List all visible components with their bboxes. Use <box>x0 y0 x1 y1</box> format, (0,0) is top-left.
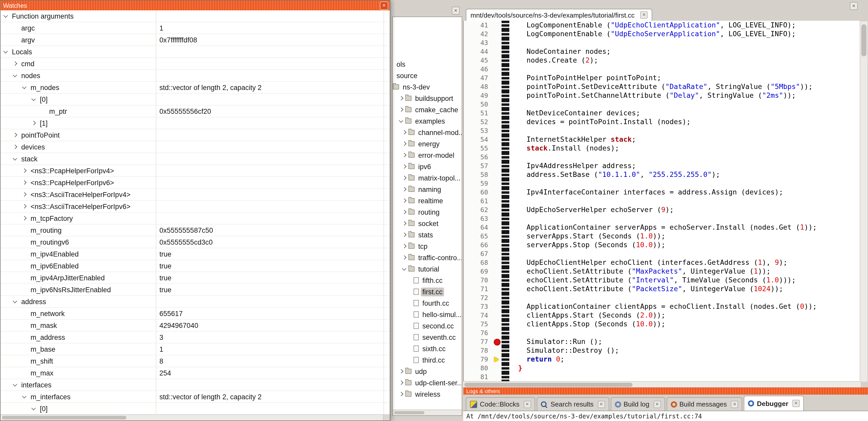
chevron-right-icon[interactable] <box>22 217 31 220</box>
line-number[interactable]: 66 <box>464 240 492 249</box>
line-number[interactable]: 78 <box>464 346 492 355</box>
breakpoint-margin[interactable] <box>492 320 501 328</box>
code-text[interactable]: ApplicationContainer serverApps = echoSe… <box>509 223 861 232</box>
watch-row-0[interactable]: [0] <box>1 94 390 105</box>
tab-close-icon[interactable]: × <box>793 400 800 407</box>
code-text[interactable]: PointToPointHelper pointToPoint; <box>509 73 861 82</box>
code-text[interactable] <box>509 38 861 47</box>
watches-title-bar[interactable]: Watches <box>1 1 390 10</box>
code-text[interactable]: clientApps.Stop (Seconds (10.0)); <box>509 320 861 328</box>
tab-close-icon[interactable]: × <box>653 400 661 408</box>
line-number[interactable]: 74 <box>464 311 492 320</box>
tab-close-icon[interactable]: × <box>597 400 605 408</box>
breakpoint-margin[interactable] <box>492 267 501 276</box>
code-text[interactable]: return 0; <box>509 355 861 364</box>
code-text[interactable]: address.SetBase ("10.1.1.0", "255.255.25… <box>509 170 861 179</box>
line-number[interactable]: 76 <box>464 328 492 337</box>
line-number[interactable]: 56 <box>464 153 492 161</box>
line-number[interactable]: 58 <box>464 170 492 179</box>
tree-item-source[interactable]: source <box>393 70 462 81</box>
chevron-right-icon[interactable] <box>402 210 408 214</box>
tree-item-ipv6[interactable]: ipv6 <box>393 161 462 172</box>
watch-row-ns3-pcaphelperforipv4[interactable]: <ns3::PcapHelperForIpv4> <box>1 165 390 177</box>
chevron-right-icon[interactable] <box>402 256 408 259</box>
breakpoint-margin[interactable] <box>492 258 501 267</box>
code-text[interactable]: ApplicationContainer clientApps = echoCl… <box>509 302 861 311</box>
editor-tab[interactable]: mnt/dev/tools/source/ns-3-dev/examples/t… <box>466 9 652 21</box>
tree-item-ns-3-dev[interactable]: ns-3-dev <box>393 81 462 93</box>
code-text[interactable]: NodeContainer nodes; <box>509 47 861 56</box>
tab-close-icon[interactable]: × <box>640 11 648 19</box>
code-text[interactable] <box>509 249 861 258</box>
chevron-right-icon[interactable] <box>22 193 31 196</box>
breakpoint-margin[interactable] <box>492 249 501 258</box>
chevron-down-icon[interactable] <box>22 396 31 398</box>
tab-close-icon[interactable]: × <box>731 400 738 408</box>
tree-item-buildsupport[interactable]: buildsupport <box>393 93 462 104</box>
breakpoint-margin[interactable] <box>492 276 501 285</box>
line-number[interactable]: 61 <box>464 197 492 205</box>
watch-row-1[interactable]: [1] <box>1 118 390 129</box>
watch-row-interfaces[interactable]: interfaces <box>1 379 390 391</box>
breakpoint-margin[interactable] <box>492 223 501 232</box>
line-number[interactable]: 60 <box>464 188 492 197</box>
code-text[interactable]: echoClient.SetAttribute ("Interval", Tim… <box>509 276 861 285</box>
code-text[interactable] <box>509 328 861 337</box>
breakpoint-margin[interactable] <box>492 364 501 373</box>
watch-row-m-routingv6[interactable]: m_routingv60x5555555cd3c0 <box>1 236 390 248</box>
tree-item-fourth-cc[interactable]: fourth.cc <box>393 297 462 309</box>
line-number[interactable]: 64 <box>464 223 492 232</box>
watch-row-ns3-asciitracehelperforipv4[interactable]: <ns3::AsciiTraceHelperForIpv4> <box>1 189 390 201</box>
chevron-right-icon[interactable] <box>399 108 405 111</box>
chevron-right-icon[interactable] <box>13 133 21 136</box>
breakpoint-margin[interactable] <box>492 170 501 179</box>
breakpoint-margin[interactable] <box>492 302 501 311</box>
code-text[interactable]: Simulator::Destroy (); <box>509 346 861 355</box>
code-text[interactable] <box>509 373 861 381</box>
line-number[interactable]: 73 <box>464 302 492 311</box>
watch-row-m-ipv6enabled[interactable]: m_ipv6Enabledtrue <box>1 260 390 272</box>
chevron-down-icon[interactable] <box>399 120 405 122</box>
line-number[interactable]: 67 <box>464 249 492 258</box>
watch-row-m-ipv4enabled[interactable]: m_ipv4Enabledtrue <box>1 248 390 260</box>
line-number[interactable]: 80 <box>464 364 492 373</box>
breakpoint-margin[interactable] <box>492 126 501 135</box>
tree-item-cmake-cache[interactable]: cmake_cache <box>393 104 462 115</box>
tree-item-hello-simul[interactable]: hello-simul... <box>393 309 462 320</box>
code-text[interactable]: clientApps.Start (Seconds (2.0)); <box>509 311 861 320</box>
breakpoint-margin[interactable] <box>492 108 501 118</box>
line-number[interactable]: 44 <box>464 47 492 56</box>
chevron-right-icon[interactable] <box>399 393 405 396</box>
chevron-right-icon[interactable] <box>402 199 408 202</box>
line-number[interactable]: 52 <box>464 118 492 126</box>
breakpoint-margin[interactable] <box>492 30 501 38</box>
line-number[interactable]: 72 <box>464 293 492 302</box>
breakpoint-margin[interactable] <box>492 73 501 82</box>
watch-row-ns3-asciitracehelperforipv6[interactable]: <ns3::AsciiTraceHelperForIpv6> <box>1 201 390 213</box>
chevron-down-icon[interactable] <box>13 74 21 76</box>
chevron-down-icon[interactable] <box>13 384 21 386</box>
logs-tab-build-messages[interactable]: Build messages× <box>666 397 743 411</box>
code-text[interactable]: Ipv4InterfaceContainer interfaces = addr… <box>509 188 861 197</box>
line-number[interactable]: 71 <box>464 285 492 293</box>
tree-item-matrix-topol[interactable]: matrix-topol... <box>393 172 462 184</box>
line-number[interactable]: 43 <box>464 38 492 47</box>
chevron-right-icon[interactable] <box>13 145 21 149</box>
chevron-right-icon[interactable] <box>399 97 405 100</box>
line-number[interactable]: 41 <box>464 21 492 30</box>
line-number[interactable]: 50 <box>464 100 492 108</box>
watch-row-m-base[interactable]: m_base1 <box>1 344 390 355</box>
watches-horizontal-scrollbar[interactable] <box>1 414 390 420</box>
code-text[interactable]: LogComponentEnable ("UdpEchoServerApplic… <box>509 30 861 38</box>
chevron-right-icon[interactable] <box>402 188 408 191</box>
line-number[interactable]: 45 <box>464 56 492 65</box>
breakpoint-margin[interactable] <box>492 144 501 153</box>
watch-row-ns3-pcaphelperforipv6[interactable]: <ns3::PcapHelperForIpv6> <box>1 177 390 189</box>
breakpoint-margin[interactable] <box>492 232 501 240</box>
breakpoint-margin[interactable] <box>492 91 501 100</box>
chevron-right-icon[interactable] <box>402 154 408 157</box>
breakpoint-margin[interactable] <box>492 38 501 47</box>
code-text[interactable]: serverApps.Start (Seconds (1.0)); <box>509 232 861 240</box>
tab-close-icon[interactable]: × <box>524 400 531 408</box>
code-text[interactable]: serverApps.Stop (Seconds (10.0)); <box>509 240 861 249</box>
